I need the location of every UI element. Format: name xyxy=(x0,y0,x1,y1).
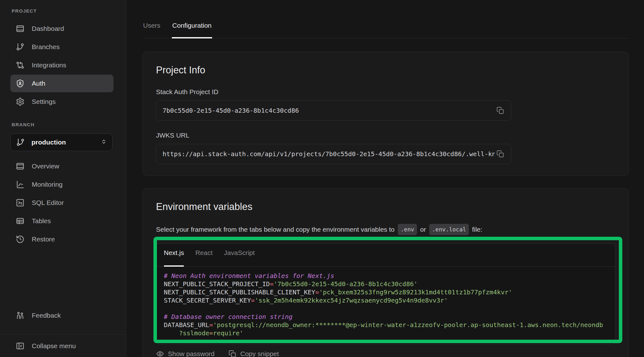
sidebar-item-label: Feedback xyxy=(32,312,61,319)
sidebar-item-settings[interactable]: Settings xyxy=(10,93,114,110)
copy-icon xyxy=(228,350,236,357)
sidebar-item-label: Auth xyxy=(32,80,45,87)
restore-history-icon xyxy=(15,235,25,244)
framework-tabs: Next.js React JavaScript xyxy=(156,244,615,267)
sidebar-item-label: Settings xyxy=(32,98,56,105)
feedback-people-icon xyxy=(15,311,25,320)
copy-project-id-button[interactable] xyxy=(495,105,506,116)
page-tabs: Users Configuration xyxy=(142,16,629,38)
show-password-label: Show password xyxy=(168,350,214,357)
copy-snippet-label: Copy snippet xyxy=(240,350,279,357)
env-vars-title: Environment variables xyxy=(156,201,615,213)
env-local-file-pill: .env.local xyxy=(429,224,469,235)
collapse-menu-label: Collapse menu xyxy=(32,342,76,350)
copy-icon xyxy=(496,106,504,115)
sidebar-item-label: SQL Editor xyxy=(32,199,64,207)
copy-snippet-button[interactable]: Copy snippet xyxy=(228,350,279,357)
integrations-icon xyxy=(15,60,25,70)
show-password-button[interactable]: Show password xyxy=(156,350,214,357)
sidebar-item-label: Integrations xyxy=(32,61,66,69)
tab-users[interactable]: Users xyxy=(142,16,161,38)
project-id-value: 7b0c55d0-2e15-45d0-a236-8b1c4c30cd86 xyxy=(163,107,299,114)
sidebar-item-branches[interactable]: Branches xyxy=(10,38,114,56)
tab-configuration[interactable]: Configuration xyxy=(172,16,212,38)
feedback-wrap: Feedback xyxy=(10,307,119,325)
sidebar-item-label: Branches xyxy=(32,43,60,51)
sidebar-item-integrations[interactable]: Integrations xyxy=(10,56,114,74)
sidebar-content: PROJECT Dashboard Branches Integrations xyxy=(0,0,126,334)
sidebar-item-overview[interactable]: Overview xyxy=(10,157,114,175)
sidebar-item-sql-editor[interactable]: SQL Editor xyxy=(10,194,114,212)
branch-selector[interactable]: production xyxy=(10,133,113,151)
sidebar-item-label: Dashboard xyxy=(32,25,64,32)
eye-icon xyxy=(156,350,164,357)
branch-selector-value: production xyxy=(31,139,94,146)
monitoring-chart-icon xyxy=(15,180,25,189)
dashboard-icon xyxy=(15,24,25,33)
jwks-url-label: JWKS URL xyxy=(156,131,615,139)
copy-jwks-url-button[interactable] xyxy=(495,148,506,160)
branch-nav-list: Overview Monitoring SQL Editor xyxy=(10,157,119,249)
git-branch-icon xyxy=(16,138,25,147)
tab-react[interactable]: React xyxy=(195,249,213,266)
jwks-url-field[interactable]: https://api.stack-auth.com/api/v1/projec… xyxy=(156,144,511,164)
sidebar-item-label: Overview xyxy=(32,162,59,170)
project-id-label: Stack Auth Project ID xyxy=(156,88,615,96)
description-suffix: file: xyxy=(472,225,482,234)
sql-editor-terminal-icon xyxy=(15,198,25,207)
sidebar-item-dashboard[interactable]: Dashboard xyxy=(10,20,114,37)
sidebar-item-label: Restore xyxy=(32,235,55,243)
sidebar-item-label: Tables xyxy=(32,217,51,225)
project-section-label: PROJECT xyxy=(12,8,119,14)
tab-nextjs[interactable]: Next.js xyxy=(164,249,184,266)
env-file-pill: .env xyxy=(398,224,417,235)
env-vars-description: Select your framework from the tabs belo… xyxy=(156,224,615,235)
sidebar-item-monitoring[interactable]: Monitoring xyxy=(10,176,114,193)
sidebar: PROJECT Dashboard Branches Integrations xyxy=(0,0,126,357)
settings-gear-icon xyxy=(15,97,25,106)
description-text: Select your framework from the tabs belo… xyxy=(156,225,395,234)
code-block: # Neon Auth environment variables for Ne… xyxy=(156,267,615,344)
sidebar-item-restore[interactable]: Restore xyxy=(10,230,114,248)
page: PROJECT Dashboard Branches Integrations xyxy=(0,0,644,357)
sidebar-item-tables[interactable]: Tables xyxy=(10,212,114,230)
collapse-panel-icon xyxy=(15,341,25,351)
sidebar-item-auth[interactable]: Auth xyxy=(10,75,114,92)
copy-icon xyxy=(496,150,504,158)
env-snippet-panel: Next.js React JavaScript # Neon Auth env… xyxy=(156,243,615,344)
sidebar-item-label: Monitoring xyxy=(32,181,63,188)
collapse-menu-button[interactable]: Collapse menu xyxy=(0,335,126,357)
snippet-actions: Show password Copy snippet xyxy=(156,348,615,357)
project-id-field[interactable]: 7b0c55d0-2e15-45d0-a236-8b1c4c30cd86 xyxy=(156,100,511,121)
auth-shield-user-icon xyxy=(15,79,25,88)
branch-section-label: BRANCH xyxy=(12,122,119,127)
overview-icon xyxy=(15,162,25,171)
chevron-up-down-icon xyxy=(100,138,107,146)
jwks-url-value: https://api.stack-auth.com/api/v1/projec… xyxy=(163,150,503,158)
sidebar-item-feedback[interactable]: Feedback xyxy=(10,307,114,324)
description-or: or xyxy=(420,225,426,234)
branches-icon xyxy=(15,42,25,52)
environment-variables-card: Environment variables Select your framew… xyxy=(142,188,629,357)
tab-javascript[interactable]: JavaScript xyxy=(224,249,255,266)
project-info-card: Project Info Stack Auth Project ID 7b0c5… xyxy=(142,52,629,176)
project-info-title: Project Info xyxy=(156,64,615,76)
tables-grid-icon xyxy=(15,216,25,226)
main-content: Users Configuration Project Info Stack A… xyxy=(126,0,644,357)
